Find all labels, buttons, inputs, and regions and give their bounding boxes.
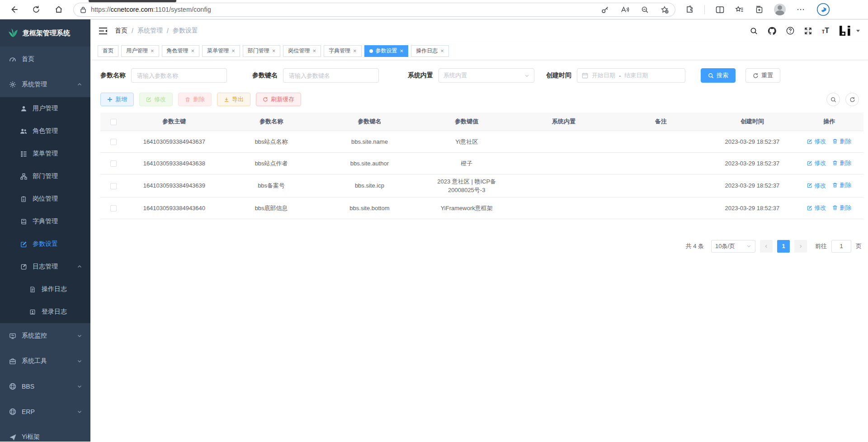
prev-page-button[interactable] [760,240,773,253]
row-edit-link[interactable]: 修改 [807,137,826,146]
yi-logo-avatar[interactable] [839,26,851,36]
row-delete-link[interactable]: 删除 [832,181,851,189]
sidebar-item-user-mgmt[interactable]: 用户管理 [0,97,90,120]
header-search-icon[interactable] [750,27,758,35]
row-checkbox[interactable] [110,139,117,145]
tab-dict-mgmt[interactable]: 字典管理× [324,45,362,57]
favorites-bar-icon[interactable] [735,6,744,14]
close-icon[interactable]: × [151,48,154,54]
close-icon[interactable]: × [312,48,316,54]
page-size-select[interactable]: 10条/页 [711,240,755,253]
next-page-button[interactable] [794,240,807,253]
favorite-add-icon[interactable] [660,6,669,14]
refresh-icon [32,5,40,14]
tab-dept-mgmt[interactable]: 部门管理× [243,45,281,57]
profile-avatar[interactable] [774,4,786,15]
sidebar-item-dict-mgmt[interactable]: 字典管理 [0,210,90,233]
browser-back-button[interactable] [5,2,22,17]
table-row: 1641030593384943639 bbs备案号 bbs.site.icp … [100,174,863,197]
tab-home[interactable]: 首页 [98,45,118,57]
sidebar-item-tools[interactable]: 系统工具 [0,348,90,374]
row-edit-link[interactable]: 修改 [807,159,826,167]
tab-menu-mgmt[interactable]: 菜单管理× [202,45,240,57]
user-icon [20,105,27,112]
cell-created: 2023-03-29 18:52:37 [709,197,795,219]
browser-refresh-button[interactable] [28,2,44,17]
row-checkbox[interactable] [110,160,117,167]
goto-page-input[interactable] [831,240,851,253]
sidebar-item-home[interactable]: 首页 [0,47,90,72]
param-name-input[interactable] [131,68,227,83]
split-screen-icon[interactable] [716,6,724,14]
reset-button[interactable]: 重置 [745,68,780,83]
tab-user-mgmt[interactable]: 用户管理× [121,45,159,57]
password-key-icon[interactable] [601,6,609,14]
sidebar-item-log-mgmt[interactable]: 日志管理 [0,255,90,278]
show-search-toggle-button[interactable] [826,93,840,106]
sidebar-item-monitor[interactable]: 系统监控 [0,323,90,348]
cell-param-key: bbs.site.author [321,152,418,174]
close-icon[interactable]: × [353,48,357,54]
sidebar-item-config[interactable]: 参数设置 [0,233,90,255]
user-menu-caret-icon[interactable] [856,30,860,32]
extensions-icon[interactable] [685,5,693,14]
tab-post-mgmt[interactable]: 岗位管理× [283,45,321,57]
tab-role-mgmt[interactable]: 角色管理× [162,45,200,57]
browser-menu-icon[interactable]: ⋯ [797,5,806,14]
builtin-select[interactable]: 系统内置 [439,68,534,83]
close-icon[interactable]: × [400,48,404,54]
row-delete-link[interactable]: 删除 [832,159,851,167]
edit-square-icon [807,205,812,211]
row-checkbox[interactable] [110,183,117,189]
close-icon[interactable]: × [191,48,195,54]
row-delete-link[interactable]: 删除 [832,203,851,212]
github-icon[interactable] [768,27,776,35]
sidebar-item-login-log[interactable]: 登录日志 [0,301,90,323]
sidebar-item-bbs[interactable]: BBS [0,374,90,399]
url-bar[interactable]: https://ccnetcore.com:1101/system/config [73,3,675,17]
breadcrumb-separator: / [132,27,133,34]
close-icon[interactable]: × [440,48,444,54]
close-icon[interactable]: × [272,48,276,54]
browser-home-button[interactable] [51,2,67,17]
sidebar-item-erp[interactable]: ERP [0,399,90,424]
delete-button[interactable]: 删除 [178,93,212,106]
row-edit-link[interactable]: 修改 [807,203,826,212]
edit-button[interactable]: 修改 [139,93,173,106]
refresh-table-button[interactable] [845,93,859,106]
read-aloud-icon[interactable] [621,6,629,13]
help-icon[interactable] [786,27,794,35]
browser-chrome: https://ccnetcore.com:1101/system/config… [0,0,868,19]
close-icon[interactable]: × [231,48,235,54]
param-key-input[interactable] [283,68,379,83]
param-name-label: 参数名称 [100,71,126,80]
zoom-out-icon[interactable] [641,6,649,14]
sidebar-item-op-log[interactable]: 操作日志 [0,278,90,301]
export-button[interactable]: 导出 [217,93,250,106]
sidebar-item-post-mgmt[interactable]: 岗位管理 [0,188,90,210]
sidebar-item-role-mgmt[interactable]: 角色管理 [0,120,90,142]
sidebar-item-yi-framework[interactable]: Yi框架 [0,424,90,442]
tab-op-log[interactable]: 操作日志× [411,45,449,57]
sidebar-collapse-button[interactable] [99,27,108,35]
sidebar-item-system-mgmt[interactable]: 系统管理 [0,72,90,97]
row-edit-link[interactable]: 修改 [807,181,826,190]
bing-copilot-icon[interactable] [816,3,830,16]
row-checkbox[interactable] [110,205,117,212]
font-size-icon[interactable]: TT [822,27,829,34]
search-button[interactable]: 搜索 [701,68,736,83]
sidebar-item-menu-mgmt[interactable]: 菜单管理 [0,142,90,165]
cell-builtin [515,197,613,219]
refresh-cache-button[interactable]: 刷新缓存 [256,93,301,106]
dict-icon [20,218,27,225]
current-page[interactable]: 1 [777,240,790,253]
add-button[interactable]: 新增 [100,93,134,106]
tab-config-active[interactable]: 参数设置× [364,45,409,57]
breadcrumb-home[interactable]: 首页 [115,27,127,35]
collections-icon[interactable] [755,5,763,14]
date-range-input[interactable]: 开始日期 - 结束日期 [577,68,685,83]
row-delete-link[interactable]: 删除 [832,137,851,146]
select-all-checkbox[interactable] [110,119,117,125]
sidebar-item-dept-mgmt[interactable]: 部门管理 [0,165,90,188]
fullscreen-icon[interactable] [804,27,812,35]
